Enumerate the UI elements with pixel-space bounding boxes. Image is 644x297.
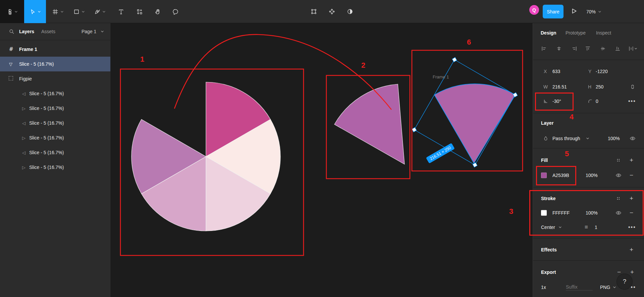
stroke-styles-icon[interactable] xyxy=(615,196,621,201)
canvas-artwork xyxy=(111,23,533,297)
tool-text[interactable] xyxy=(113,0,129,23)
layer-row-slice-5-16-7[interactable]: ◁Slice - 5 (16.7%) xyxy=(0,116,110,130)
y-input[interactable]: -1220 xyxy=(596,69,608,74)
create-component-button[interactable] xyxy=(326,6,337,17)
component-diamonds-icon xyxy=(329,8,335,15)
canvas[interactable]: Frame 1 216.51 × 250 1 2 6 xyxy=(111,23,533,297)
width-input[interactable]: 216.51 xyxy=(552,84,567,90)
present-button[interactable] xyxy=(570,7,578,15)
stroke-row: FFFFFF 100% − xyxy=(533,207,644,218)
eye-icon[interactable] xyxy=(615,172,622,178)
fill-opacity-input[interactable]: 100% xyxy=(586,173,598,178)
constrain-proportions-icon[interactable] xyxy=(630,84,636,90)
fill-section-title: Fill xyxy=(541,158,548,163)
x-input[interactable]: 633 xyxy=(552,69,560,74)
tool-move[interactable] xyxy=(24,0,46,23)
chevron-down-icon xyxy=(60,10,64,13)
tab-design[interactable]: Design xyxy=(541,30,556,36)
fill-hex-input[interactable]: A2539B xyxy=(552,173,569,178)
page-selector[interactable]: Page 1 xyxy=(82,29,96,34)
slice-down-icon: ▽ xyxy=(9,62,12,67)
align-left-icon[interactable] xyxy=(541,46,547,52)
export-scale-select[interactable]: 1x xyxy=(541,285,546,290)
rotation-input[interactable]: -30° xyxy=(552,99,561,104)
layer-row-slice-5-16-7[interactable]: ▷Slice - 5 (16.7%) xyxy=(0,160,110,175)
layer-row-figpie[interactable]: Figpie xyxy=(0,71,110,86)
main-menu-button[interactable] xyxy=(0,0,24,23)
figma-app: Q Share 70% Layers Assets Page 1 #Frame … xyxy=(0,0,644,297)
blend-mode-select[interactable]: Pass through xyxy=(552,136,580,141)
moved-pie-slice[interactable] xyxy=(334,84,405,164)
distribute-icon[interactable] xyxy=(628,46,637,52)
tool-shape[interactable] xyxy=(69,0,89,23)
remove-fill-icon[interactable]: − xyxy=(630,172,633,179)
tab-assets[interactable]: Assets xyxy=(41,29,55,34)
fill-styles-icon[interactable] xyxy=(615,158,621,163)
stroke-align-select[interactable]: Center xyxy=(541,225,555,230)
tool-pen[interactable] xyxy=(90,0,110,23)
corner-radius-input[interactable]: 0 xyxy=(596,99,598,104)
layers-panel-header: Layers Assets Page 1 xyxy=(0,23,110,40)
add-fill-icon[interactable]: + xyxy=(630,157,633,164)
stroke-color-swatch[interactable] xyxy=(541,210,547,216)
pie-chart[interactable] xyxy=(131,82,280,231)
align-right-icon[interactable] xyxy=(572,46,577,52)
eye-icon[interactable] xyxy=(630,135,636,141)
align-top-icon[interactable] xyxy=(585,46,591,52)
eye-icon[interactable] xyxy=(615,210,622,216)
advanced-stroke-icon[interactable]: ••• xyxy=(628,224,636,230)
inspector-tabs: Design Prototype Inspect xyxy=(533,27,644,38)
chevron-down-icon[interactable] xyxy=(101,30,104,33)
toolbar: Q Share 70% xyxy=(0,0,644,23)
tool-hand[interactable] xyxy=(150,0,166,23)
height-input[interactable]: 250 xyxy=(596,84,603,90)
align-bottom-icon[interactable] xyxy=(615,46,621,52)
remove-stroke-icon[interactable]: − xyxy=(630,209,633,217)
zoom-level: 70% xyxy=(586,9,596,14)
selection-handle[interactable] xyxy=(452,57,457,62)
search-icon[interactable] xyxy=(9,29,14,35)
selection-handle[interactable] xyxy=(412,127,417,132)
share-button[interactable]: Share xyxy=(543,5,564,18)
selection-handle[interactable] xyxy=(473,163,477,167)
stroke-section-title: Stroke xyxy=(541,196,556,201)
stroke-opacity-input[interactable]: 100% xyxy=(586,210,598,216)
fill-color-swatch[interactable] xyxy=(541,173,547,178)
tool-frame[interactable] xyxy=(48,0,68,23)
tab-layers[interactable]: Layers xyxy=(19,29,34,34)
mask-button[interactable] xyxy=(344,6,355,17)
layer-row-slice-5-16-7[interactable]: ◁Slice - 5 (16.7%) xyxy=(0,86,110,101)
edit-object-button[interactable] xyxy=(308,6,319,17)
tab-prototype[interactable]: Prototype xyxy=(566,30,586,36)
align-h-center-icon[interactable] xyxy=(556,46,562,52)
avatar[interactable]: Q xyxy=(529,5,539,15)
layer-row-slice-5-16-7[interactable]: ▷Slice - 5 (16.7%) xyxy=(0,130,110,145)
export-suffix-input[interactable] xyxy=(566,284,593,291)
layer-row-slice-5-16-7[interactable]: ▷Slice - 5 (16.7%) xyxy=(0,101,110,116)
tool-component[interactable] xyxy=(131,0,148,23)
add-export-icon[interactable]: + xyxy=(630,269,634,276)
layer-row-slice-5-16-7[interactable]: ◁Slice - 5 (16.7%) xyxy=(0,145,110,160)
export-section-title: Export xyxy=(541,270,556,275)
stroke-hex-input[interactable]: FFFFFF xyxy=(552,210,570,216)
slice-right-icon: ▷ xyxy=(22,106,25,111)
tab-inspect[interactable]: Inspect xyxy=(596,30,611,36)
help-button[interactable]: ? xyxy=(617,274,632,289)
more-options-icon[interactable]: ••• xyxy=(628,98,636,104)
frame-name-label[interactable]: Frame 1 xyxy=(433,74,449,79)
text-tool-icon xyxy=(118,9,124,15)
zoom-menu[interactable]: 70% xyxy=(586,0,601,23)
add-effect-icon[interactable]: + xyxy=(630,246,633,253)
layer-row-slice-5-16-7[interactable]: ▽Slice - 5 (16.7%) xyxy=(0,57,110,71)
layer-opacity-input[interactable]: 100% xyxy=(608,136,620,141)
tool-comment[interactable] xyxy=(167,0,183,23)
corner-radius-icon xyxy=(587,99,593,104)
align-v-center-icon[interactable] xyxy=(600,46,606,52)
component-tool-icon xyxy=(137,9,143,15)
edit-object-icon xyxy=(311,8,317,15)
add-stroke-icon[interactable]: + xyxy=(630,195,633,202)
stroke-weight-input[interactable]: 1 xyxy=(595,225,597,230)
layer-row-frame-1[interactable]: #Frame 1 xyxy=(0,42,110,57)
blend-mode-icon xyxy=(543,136,548,141)
export-format-select[interactable]: PNG xyxy=(600,285,610,290)
